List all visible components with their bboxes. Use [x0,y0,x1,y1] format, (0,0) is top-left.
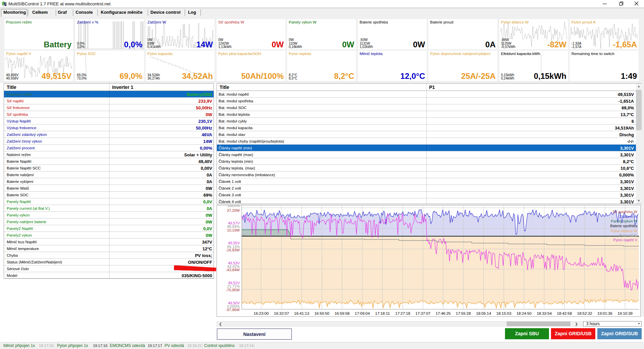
svg-text:18:24:50: 18:24:50 [516,311,532,315]
svg-text:19:10:39: 19:10:39 [617,311,633,315]
svg-text:17:46:25: 17:46:25 [435,311,451,315]
svg-text:16:32:07: 16:32:07 [274,311,289,315]
svg-text:18:42:58: 18:42:58 [557,311,572,315]
svg-text:17:09:04: 17:09:04 [355,311,370,315]
svg-text:-70,85W: -70,85W [226,288,240,292]
svg-text:16:59:58: 16:59:58 [334,311,350,315]
svg-text:Síť spotřeba W: Síť spotřeba W [612,210,637,214]
svg-text:Pylon bilance W: Pylon bilance W [611,229,637,233]
svg-text:17:55:28: 17:55:28 [456,311,471,315]
svg-text:18:05:14: 18:05:14 [476,311,491,315]
svg-text:17:18:11: 17:18:11 [375,311,390,315]
svg-text:Pylon napětí V: Pylon napětí V [613,238,637,242]
svg-text:16:23:00: 16:23:00 [254,311,269,315]
svg-text:37,20W: 37,20W [227,208,240,212]
svg-text:108,6%: 108,6% [227,205,240,208]
svg-text:Baterie spotřeba: Baterie spotřeba [610,224,638,228]
svg-text:16:41:13: 16:41:13 [294,311,309,315]
svg-text:16:50:50: 16:50:50 [314,311,329,315]
svg-text:Panely výkon W: Panely výkon W [611,219,637,223]
svg-text:10,19W: 10,19W [227,228,240,232]
svg-text:Pylon SOC: Pylon SOC [619,233,637,237]
svg-text:17:27:18: 17:27:18 [395,311,410,315]
svg-text:18:33:54: 18:33:54 [537,311,552,315]
svg-text:Zatížení W: Zatížení W [619,214,638,218]
svg-text:-97,86W: -97,86W [226,308,240,312]
svg-text:-43,84W: -43,84W [226,268,240,272]
svg-text:17:37:07: 17:37:07 [415,311,430,315]
svg-text:18:52:32: 18:52:32 [577,311,592,315]
svg-text:18:15:03: 18:15:03 [496,311,511,315]
svg-text:-16,83W: -16,83W [226,248,240,252]
svg-text:19:01:36: 19:01:36 [597,311,612,315]
